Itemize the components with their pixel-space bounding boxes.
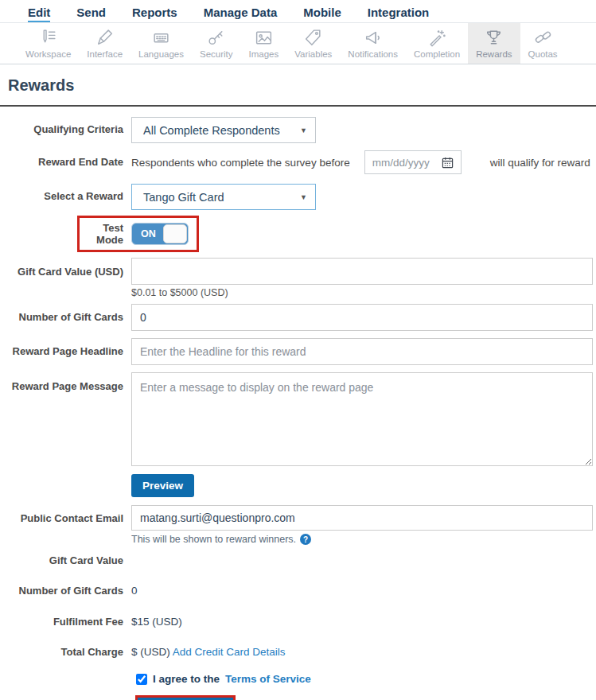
fulfilment-fee-label: Fulfilment Fee: [0, 616, 131, 628]
tab-label: Quotas: [528, 49, 558, 59]
fulfilment-fee-value: $15 (USD): [131, 616, 182, 628]
preview-button[interactable]: Preview: [131, 474, 194, 497]
workspace-icon: [38, 28, 58, 48]
tab-notifications[interactable]: Notifications: [340, 23, 406, 64]
gift-card-value-hint: $0.01 to $5000 (USD): [131, 287, 593, 298]
reward-page-message-textarea[interactable]: [131, 372, 593, 466]
tab-label: Completion: [414, 49, 460, 59]
reward-end-date-input[interactable]: mm/dd/yyyy: [364, 150, 462, 174]
tab-label: Interface: [87, 49, 123, 59]
public-contact-email-label: Public Contact Email: [0, 505, 131, 525]
interface-icon: [95, 28, 115, 48]
tab-workspace[interactable]: Workspace: [18, 23, 79, 64]
total-charge-label: Total Charge: [0, 646, 131, 659]
reward-page-message-row: Reward Page Message: [0, 372, 593, 469]
tab-security[interactable]: Security: [192, 23, 241, 64]
public-contact-email-hint: This will be shown to reward winners.: [131, 534, 296, 545]
tab-label: Workspace: [25, 49, 71, 59]
summary-number-of-gift-cards-row: Number of Gift Cards 0: [0, 585, 593, 597]
security-icon: [206, 28, 226, 48]
reward-page-headline-input[interactable]: [131, 338, 593, 365]
settings-toolbar: Workspace Interface Languages Security I…: [0, 23, 596, 64]
save-highlight-box: Save Changes: [135, 695, 236, 700]
tab-completion[interactable]: Completion: [406, 23, 468, 64]
reward-end-date-prefix: Respondents who complete the survey befo…: [131, 157, 350, 169]
title-divider: [0, 105, 596, 107]
rewards-icon: [484, 28, 504, 48]
tab-rewards[interactable]: Rewards: [468, 23, 520, 64]
terms-of-service-link[interactable]: Terms of Service: [225, 673, 311, 685]
date-placeholder: mm/dd/yyyy: [372, 157, 430, 169]
variables-icon: [303, 28, 323, 48]
summary-gift-card-value-label: Gift Card Value: [0, 554, 131, 567]
languages-icon: [151, 28, 171, 48]
summary-number-of-gift-cards-label: Number of Gift Cards: [0, 585, 131, 597]
tab-label: Languages: [138, 49, 184, 59]
test-mode-row: Test Mode ON: [0, 216, 593, 252]
select-reward-select[interactable]: Tango Gift Card ▼: [131, 184, 316, 210]
gift-card-value-row: Gift Card Value (USD) $0.01 to $5000 (US…: [0, 258, 593, 298]
number-of-gift-cards-row: Number of Gift Cards: [0, 304, 593, 331]
tab-label: Security: [200, 49, 233, 59]
reward-page-message-label: Reward Page Message: [0, 372, 131, 393]
images-icon: [254, 28, 274, 48]
select-reward-row: Select a Reward Tango Gift Card ▼: [0, 184, 593, 210]
reward-page-headline-label: Reward Page Headline: [0, 345, 131, 358]
select-reward-label: Select a Reward: [0, 190, 131, 203]
fulfilment-fee-row: Fulfilment Fee $15 (USD): [0, 616, 593, 628]
qualifying-criteria-row: Qualifying Criteria All Complete Respond…: [0, 117, 593, 143]
nav-send[interactable]: Send: [76, 6, 106, 22]
rewards-form: Qualifying Criteria All Complete Respond…: [0, 117, 596, 700]
reward-page-headline-row: Reward Page Headline: [0, 338, 593, 365]
preview-row: Preview: [0, 474, 593, 497]
tab-label: Variables: [294, 49, 332, 59]
qualifying-criteria-select[interactable]: All Complete Respondents ▼: [131, 117, 316, 143]
terms-checkbox[interactable]: [136, 674, 147, 685]
qualifying-criteria-value: All Complete Respondents: [143, 124, 280, 137]
test-mode-highlight-box: Test Mode ON: [77, 216, 199, 252]
toggle-state-text: ON: [141, 228, 156, 239]
nav-manage-data[interactable]: Manage Data: [204, 6, 278, 22]
save-row: Save Changes: [135, 695, 593, 700]
completion-icon: [427, 28, 447, 48]
agree-row: I agree to the Terms of Service: [136, 673, 593, 685]
help-icon[interactable]: ?: [300, 534, 311, 545]
summary-gift-card-value-row: Gift Card Value: [0, 554, 593, 567]
add-credit-card-link[interactable]: Add Credit Card Details: [173, 646, 286, 658]
reward-end-date-label: Reward End Date: [0, 156, 131, 169]
nav-mobile[interactable]: Mobile: [303, 6, 341, 22]
nav-integration[interactable]: Integration: [368, 6, 430, 22]
nav-edit[interactable]: Edit: [28, 6, 50, 22]
public-contact-email-row: Public Contact Email This will be shown …: [0, 505, 593, 545]
qualifying-criteria-label: Qualifying Criteria: [0, 123, 131, 136]
total-charge-row: Total Charge $ (USD) Add Credit Card Det…: [0, 646, 593, 659]
number-of-gift-cards-label: Number of Gift Cards: [0, 311, 131, 324]
tab-label: Notifications: [348, 49, 398, 59]
number-of-gift-cards-input[interactable]: [131, 304, 593, 331]
tab-interface[interactable]: Interface: [79, 23, 130, 64]
tab-label: Images: [249, 49, 279, 59]
tab-quotas[interactable]: Quotas: [520, 23, 566, 64]
gift-card-value-input[interactable]: [131, 258, 593, 285]
tab-images[interactable]: Images: [241, 23, 287, 64]
test-mode-label: Test Mode: [87, 222, 131, 246]
reward-end-date-row: Reward End Date Respondents who complete…: [0, 150, 593, 174]
public-contact-email-input[interactable]: [131, 505, 593, 531]
tab-variables[interactable]: Variables: [286, 23, 340, 64]
tab-languages[interactable]: Languages: [130, 23, 192, 64]
top-nav: Edit Send Reports Manage Data Mobile Int…: [0, 0, 596, 23]
select-reward-value: Tango Gift Card: [143, 191, 224, 204]
toggle-knob[interactable]: [163, 224, 187, 243]
test-mode-toggle[interactable]: ON: [131, 223, 189, 245]
quotas-icon: [533, 28, 553, 48]
gift-card-value-label: Gift Card Value (USD): [0, 258, 131, 278]
summary-number-of-gift-cards: 0: [131, 585, 138, 597]
reward-end-date-suffix: will qualify for reward: [490, 157, 590, 169]
nav-reports[interactable]: Reports: [132, 6, 177, 22]
total-charge-value: $ (USD): [131, 646, 170, 658]
agree-text: I agree to the: [153, 673, 220, 685]
chevron-down-icon: ▼: [300, 193, 307, 201]
calendar-icon[interactable]: [442, 157, 454, 169]
tab-label: Rewards: [476, 49, 512, 59]
page-title: Rewards: [0, 64, 596, 105]
